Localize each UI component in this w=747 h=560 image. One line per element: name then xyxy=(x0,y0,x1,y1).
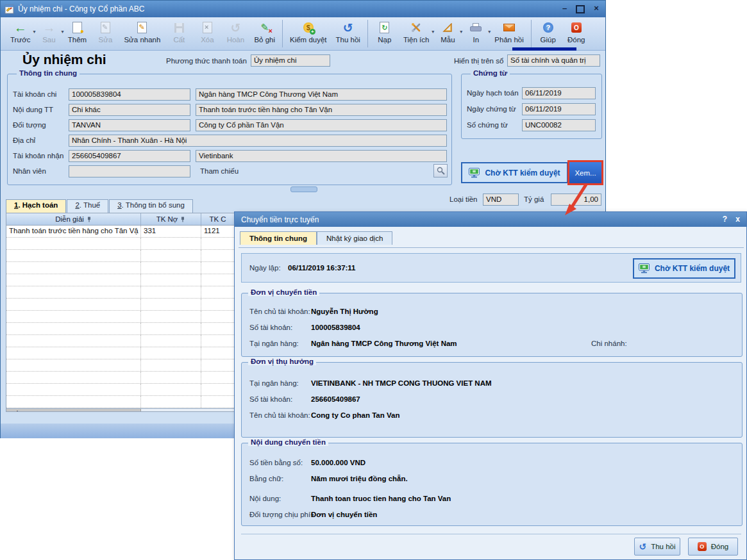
reload-icon: ↻ xyxy=(380,20,389,35)
field-label: Ngày chứng từ xyxy=(467,105,516,113)
cell-debit[interactable]: 331 xyxy=(141,226,201,237)
field-label: Nội dung TT xyxy=(13,106,53,113)
table-row-empty[interactable] xyxy=(6,238,234,250)
approve-icon: $+ xyxy=(303,20,314,35)
document-date-input[interactable]: 06/11/2019 xyxy=(522,103,596,115)
dialog-approval-status-button[interactable]: Chờ KTT kiểm duyệt xyxy=(633,258,735,279)
toolbar-delete-button[interactable]: × Xóa xyxy=(193,17,221,50)
payment-method-input[interactable]: Ủy nhiệm chi xyxy=(251,54,330,67)
toolbar-unpost-button[interactable]: ✎× Bỏ ghi xyxy=(249,17,280,50)
table-row-empty[interactable] xyxy=(6,262,234,274)
document-group-title: Chứng từ xyxy=(471,69,510,77)
utilities-icon xyxy=(411,20,421,35)
column-header-credit[interactable]: TK C xyxy=(201,213,234,225)
pin-icon[interactable] xyxy=(180,217,185,222)
dialog-tab-log[interactable]: Nhật ký giao dịch xyxy=(317,231,392,245)
toolbar-template-button[interactable]: Mẫu ▾ xyxy=(433,17,462,50)
toolbar-reload-button[interactable]: ↻ Nạp xyxy=(371,17,399,50)
partner-code-input[interactable]: TANVAN xyxy=(69,119,190,131)
column-header-debit[interactable]: TK Nợ xyxy=(141,213,201,225)
monitor-icon xyxy=(469,168,480,178)
toolbar-close-button[interactable]: O Đóng xyxy=(562,17,591,50)
tab-additional-info[interactable]: 3. Thông tin bổ sung xyxy=(109,199,193,213)
document-number-input[interactable]: UNC00082 xyxy=(522,119,596,131)
sender-account-holder: Nguyễn Thị Hường xyxy=(311,308,378,315)
partner-name-input[interactable]: Công ty Cổ phần Tân Vận xyxy=(196,119,447,131)
maximize-icon[interactable] xyxy=(576,5,585,13)
reference-lookup-button[interactable] xyxy=(433,164,448,177)
field-label: Tại ngân hàng: xyxy=(249,340,299,347)
dialog-close-icon[interactable]: x xyxy=(735,215,740,224)
splitter-handle[interactable] xyxy=(290,186,317,192)
window-titlebar: Ủy nhiệm chi - Công ty Cổ phần ABC – × xyxy=(1,1,605,17)
table-row-empty[interactable] xyxy=(6,323,234,335)
payment-desc-input[interactable]: Thanh toán trước tiền hàng cho Tân Vận xyxy=(196,104,447,116)
toolbar-revoke-button[interactable]: ↺ Thu hồi xyxy=(332,17,365,50)
receive-bank-input[interactable]: Vietinbank xyxy=(196,150,447,162)
ledger-view-input[interactable]: Số tài chính và quản trị xyxy=(507,54,600,67)
dialog-tabstrip: Thông tin chung Nhật ký giao dịch xyxy=(240,231,392,245)
transfer-content-title: Nội dung chuyển tiền xyxy=(248,438,328,446)
view-button[interactable]: Xem... xyxy=(569,162,601,183)
employee-input[interactable] xyxy=(69,165,190,177)
approval-status-button[interactable]: Chờ KTT kiểm duyệt xyxy=(461,162,568,183)
toolbar-add-button[interactable]: ● Thêm xyxy=(63,17,91,50)
toolbar-help-button[interactable]: ? Giúp xyxy=(534,17,562,50)
cell-description[interactable]: Thanh toán trước tiền hàng cho Tân Vậ xyxy=(6,226,141,237)
back-icon: ← xyxy=(14,20,27,35)
minimize-icon[interactable]: – xyxy=(562,4,567,13)
toolbar-utilities-button[interactable]: Tiện ích ▾ xyxy=(399,17,433,50)
toolbar-save-button[interactable]: Cất xyxy=(165,17,193,50)
table-row-empty[interactable] xyxy=(6,372,234,384)
posting-date-input[interactable]: 06/11/2019 xyxy=(522,87,596,99)
created-date-label: Ngày lập: xyxy=(249,264,281,272)
field-label: Số tài khoản: xyxy=(249,395,292,403)
table-row-empty[interactable] xyxy=(6,286,234,299)
toolbar-quick-edit-button[interactable]: ✎ Sửa nhanh xyxy=(119,17,165,50)
table-row-empty[interactable] xyxy=(6,335,234,347)
detail-tabstrip: 1. Hạch toán 2. Thuế 3. Thông tin bổ sun… xyxy=(6,200,194,213)
field-label: Tài khoản nhận xyxy=(13,152,63,160)
recall-button[interactable]: ↺ Thu hồi xyxy=(634,538,680,556)
close-dialog-button[interactable]: O Đóng xyxy=(688,538,738,556)
table-row-empty[interactable] xyxy=(6,359,234,372)
tab-tax[interactable]: 2. Thuế xyxy=(67,199,108,213)
currency-input[interactable]: VND xyxy=(483,194,519,206)
tab-accounting[interactable]: 1. Hạch toán xyxy=(6,199,66,213)
fee-payer: Đơn vị chuyển tiền xyxy=(311,511,377,518)
payment-type-input[interactable]: Chi khác xyxy=(69,104,190,116)
revoke-icon: ↺ xyxy=(343,20,353,35)
table-row-empty[interactable] xyxy=(6,347,234,359)
cell-credit[interactable]: 1121 xyxy=(201,226,234,237)
created-date-panel: Ngày lập: 06/11/2019 16:37:11 Chờ KTT ki… xyxy=(241,253,741,283)
column-header-description[interactable]: Diễn giải xyxy=(6,213,141,225)
pin-icon[interactable] xyxy=(87,217,92,222)
address-input[interactable]: Nhân Chính - Thanh Xuân - Hà Nội xyxy=(69,135,447,147)
dialog-title: Chuyển tiền trực tuyến xyxy=(241,215,319,224)
dialog-help-icon[interactable]: ? xyxy=(723,215,727,224)
table-row-empty[interactable] xyxy=(6,299,234,311)
toolbar-print-button[interactable]: In ▾ xyxy=(462,17,490,50)
toolbar-back-button[interactable]: ← Trước ▾ xyxy=(6,17,35,50)
toolbar-feedback-button[interactable]: Phản hồi xyxy=(490,17,528,50)
row-count-label: Số dòng = 1 xyxy=(6,409,141,412)
table-row-empty[interactable] xyxy=(6,384,234,396)
toolbar-approve-button[interactable]: $+ Kiểm duyệt xyxy=(285,17,332,50)
receive-account-input[interactable]: 256605409867 xyxy=(69,150,190,162)
pay-account-input[interactable]: 100005839804 xyxy=(69,88,190,101)
dialog-tab-general[interactable]: Thông tin chung xyxy=(240,231,317,245)
close-icon[interactable]: × xyxy=(594,4,599,13)
toolbar-edit-button[interactable]: ✎ Sửa xyxy=(91,17,119,50)
table-row-empty[interactable] xyxy=(6,274,234,286)
table-row-empty[interactable] xyxy=(6,250,234,262)
dialog-tab-divider xyxy=(239,247,744,248)
table-row-empty[interactable] xyxy=(6,396,234,408)
table-row[interactable]: Thanh toán trước tiền hàng cho Tân Vậ 33… xyxy=(6,226,234,238)
toolbar-undo-button[interactable]: ↺ Hoàn xyxy=(221,17,249,50)
pay-bank-input[interactable]: Ngân hàng TMCP Công Thương Việt Nam xyxy=(196,88,447,101)
template-icon xyxy=(442,20,453,35)
feedback-envelope-icon xyxy=(503,20,515,35)
table-row-empty[interactable] xyxy=(6,311,234,323)
toolbar-forward-button[interactable]: → Sau ▾ xyxy=(35,17,63,50)
toolbar-group-underline xyxy=(512,47,576,51)
